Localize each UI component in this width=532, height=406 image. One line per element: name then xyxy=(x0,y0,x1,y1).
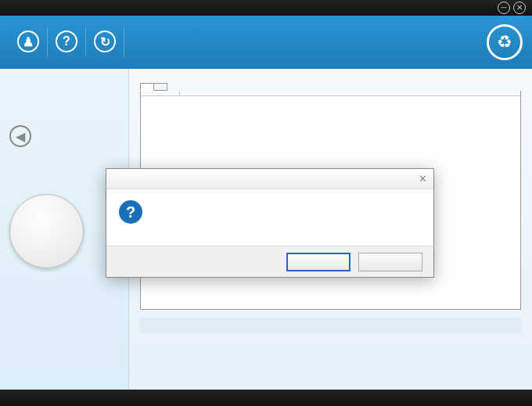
help-icon: ? xyxy=(56,31,77,52)
help-button[interactable]: ? xyxy=(48,27,86,57)
yes-button[interactable] xyxy=(286,253,350,271)
support-button[interactable]: ♟ xyxy=(9,27,48,57)
footer xyxy=(0,390,532,406)
dialog-titlebar: ✕ xyxy=(106,169,433,189)
app-header: ♟ ? ↻ ♻ xyxy=(0,16,532,69)
col-header-path xyxy=(180,91,520,95)
brand: ♻ xyxy=(480,24,523,60)
tab-files-folders[interactable] xyxy=(140,83,154,91)
tabs xyxy=(140,83,521,91)
confirm-dialog: ✕ ? xyxy=(106,168,434,278)
trash-icon: ♻ xyxy=(487,24,523,60)
question-icon: ? xyxy=(119,200,142,224)
update-icon: ↻ xyxy=(94,31,116,52)
close-button[interactable]: ✕ xyxy=(513,2,526,14)
window-titlebar: ─ ✕ xyxy=(0,0,532,16)
support-icon: ♟ xyxy=(17,31,39,52)
col-header-index xyxy=(141,91,180,95)
minimize-button[interactable]: ─ xyxy=(498,2,510,14)
delete-leftovers-button[interactable] xyxy=(9,194,84,268)
tab-registry[interactable] xyxy=(154,83,167,91)
update-button[interactable]: ↻ xyxy=(86,27,124,57)
back-arrow-icon: ◀ xyxy=(9,125,31,147)
back-button[interactable]: ◀ xyxy=(9,125,119,147)
dialog-close-icon[interactable]: ✕ xyxy=(419,173,427,185)
uninstall-program-bar xyxy=(140,318,521,333)
no-button[interactable] xyxy=(358,253,422,271)
